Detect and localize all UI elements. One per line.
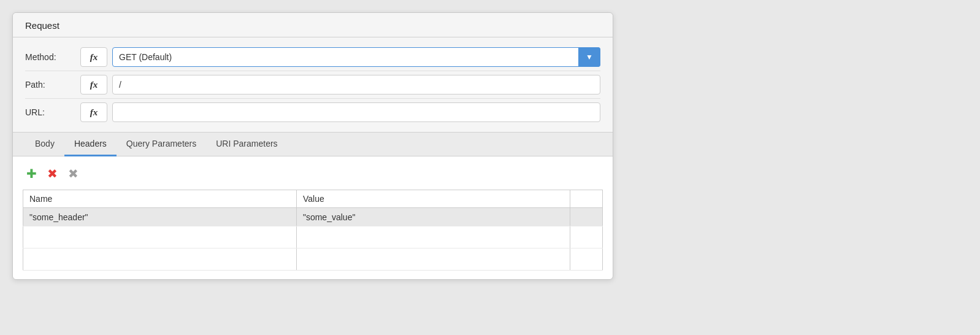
cell-name-0: "some_header" xyxy=(23,208,297,226)
cell-extra-1 xyxy=(570,226,602,248)
tab-uri-parameters[interactable]: URI Parameters xyxy=(206,133,287,156)
url-label: URL: xyxy=(25,107,80,117)
path-row: Path: fx xyxy=(25,71,600,99)
tabs-bar: Body Headers Query Parameters URI Parame… xyxy=(13,132,613,156)
table-row xyxy=(23,226,603,248)
method-select-wrapper: GET (Default) POST PUT DELETE PATCH HEAD… xyxy=(112,47,600,67)
path-fx-button[interactable]: fx xyxy=(80,75,107,94)
method-row: Method: fx GET (Default) POST PUT DELETE… xyxy=(25,44,600,71)
cell-value-0: "some_value" xyxy=(296,208,570,226)
panel-title: Request xyxy=(13,13,613,37)
method-fx-icon: fx xyxy=(90,52,98,63)
tab-query-parameters[interactable]: Query Parameters xyxy=(117,133,206,156)
path-fx-icon: fx xyxy=(90,80,98,90)
url-input[interactable] xyxy=(112,102,600,122)
add-button[interactable]: ✚ xyxy=(23,165,40,182)
path-input[interactable] xyxy=(112,75,600,94)
method-fx-button[interactable]: fx xyxy=(80,47,107,67)
tab-body[interactable]: Body xyxy=(25,133,64,156)
tab-content-headers: ✚ ✖ ✖ Name Value "some_header" "some_val… xyxy=(13,156,613,279)
url-row: URL: fx xyxy=(25,99,600,126)
cell-value-2 xyxy=(296,248,570,271)
toolbar: ✚ ✖ ✖ xyxy=(23,165,603,182)
cell-name-1 xyxy=(23,226,297,248)
cell-name-2 xyxy=(23,248,297,271)
column-header-extra xyxy=(570,190,602,208)
column-header-name: Name xyxy=(23,190,297,208)
method-select[interactable]: GET (Default) POST PUT DELETE PATCH HEAD… xyxy=(112,47,600,67)
tab-headers[interactable]: Headers xyxy=(64,133,117,156)
request-panel: Request Method: fx GET (Default) POST PU… xyxy=(12,12,613,280)
cell-extra-0 xyxy=(570,208,602,226)
table-header-row: Name Value xyxy=(23,190,603,208)
column-header-value: Value xyxy=(296,190,570,208)
table-row xyxy=(23,248,603,271)
clear-button[interactable]: ✖ xyxy=(64,165,82,182)
cell-value-1 xyxy=(296,226,570,248)
headers-table: Name Value "some_header" "some_value" xyxy=(23,190,603,271)
remove-button[interactable]: ✖ xyxy=(44,165,61,182)
path-label: Path: xyxy=(25,80,80,90)
cell-extra-2 xyxy=(570,248,602,271)
form-area: Method: fx GET (Default) POST PUT DELETE… xyxy=(13,37,613,132)
table-row: "some_header" "some_value" xyxy=(23,208,603,226)
url-fx-icon: fx xyxy=(90,107,98,118)
method-label: Method: xyxy=(25,52,80,62)
url-fx-button[interactable]: fx xyxy=(80,102,107,122)
